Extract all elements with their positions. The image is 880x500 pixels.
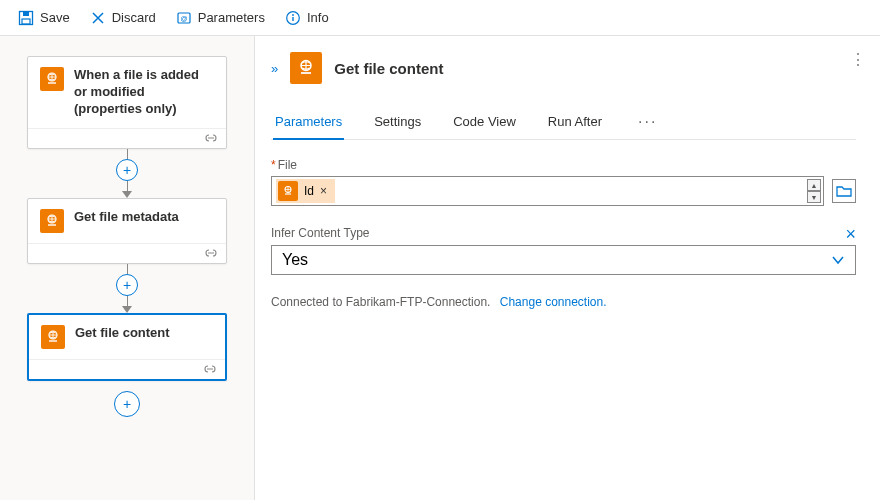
remove-field-button[interactable]: × bbox=[845, 224, 856, 245]
link-icon bbox=[203, 360, 217, 378]
svg-rect-7 bbox=[292, 17, 293, 21]
file-field-label: * File bbox=[271, 158, 856, 172]
chevron-down-icon bbox=[831, 251, 845, 269]
parameters-icon: @ bbox=[176, 10, 192, 26]
spin-up[interactable]: ▲ bbox=[807, 179, 821, 191]
spin-down[interactable]: ▼ bbox=[807, 191, 821, 203]
tab-runafter[interactable]: Run After bbox=[546, 104, 604, 139]
info-button[interactable]: Info bbox=[277, 6, 337, 30]
collapse-button[interactable]: » bbox=[271, 61, 278, 76]
token-id[interactable]: Id × bbox=[276, 179, 335, 203]
save-icon bbox=[18, 10, 34, 26]
link-icon bbox=[204, 129, 218, 147]
tab-parameters[interactable]: Parameters bbox=[273, 104, 344, 139]
tab-codeview[interactable]: Code View bbox=[451, 104, 518, 139]
node-title: When a file is added or modified (proper… bbox=[74, 67, 214, 118]
folder-picker-button[interactable] bbox=[832, 179, 856, 203]
save-button[interactable]: Save bbox=[10, 6, 78, 30]
parameters-button[interactable]: @ Parameters bbox=[168, 6, 273, 30]
connection-info: Connected to Fabrikam-FTP-Connection. Ch… bbox=[271, 295, 856, 309]
close-icon bbox=[90, 10, 106, 26]
details-title: Get file content bbox=[334, 60, 443, 77]
change-connection-link[interactable]: Change connection. bbox=[500, 295, 607, 309]
save-label: Save bbox=[40, 10, 70, 25]
tabs-more[interactable]: ··· bbox=[632, 113, 663, 131]
token-label: Id bbox=[304, 184, 314, 198]
file-input[interactable]: Id × ▲ ▼ bbox=[271, 176, 824, 206]
svg-rect-2 bbox=[23, 12, 29, 16]
svg-rect-1 bbox=[22, 19, 30, 24]
details-tabs: Parameters Settings Code View Run After … bbox=[271, 104, 856, 140]
node-title: Get file content bbox=[75, 325, 170, 342]
svg-text:@: @ bbox=[180, 15, 187, 22]
panel-more-button[interactable]: ⋮ bbox=[850, 50, 866, 69]
add-action-button[interactable]: + bbox=[116, 159, 138, 181]
ftp-icon bbox=[41, 325, 65, 349]
workflow-node-content[interactable]: Get file content bbox=[27, 313, 227, 381]
add-action-button[interactable]: + bbox=[114, 391, 140, 417]
ftp-icon bbox=[40, 67, 64, 91]
ftp-icon bbox=[290, 52, 322, 84]
tab-settings[interactable]: Settings bbox=[372, 104, 423, 139]
required-asterisk: * bbox=[271, 158, 276, 172]
ftp-icon bbox=[40, 209, 64, 233]
workflow-node-trigger[interactable]: When a file is added or modified (proper… bbox=[27, 56, 227, 149]
node-title: Get file metadata bbox=[74, 209, 179, 226]
workflow-canvas[interactable]: When a file is added or modified (proper… bbox=[0, 36, 255, 500]
toolbar: Save Discard @ Parameters Info bbox=[0, 0, 880, 36]
svg-point-6 bbox=[292, 14, 294, 16]
details-panel: ⋮ » Get file content Parameters Settings… bbox=[255, 36, 880, 500]
discard-label: Discard bbox=[112, 10, 156, 25]
select-value: Yes bbox=[282, 251, 308, 269]
token-remove[interactable]: × bbox=[320, 184, 327, 198]
infer-field-label: Infer Content Type bbox=[271, 226, 370, 240]
info-icon bbox=[285, 10, 301, 26]
workflow-node-metadata[interactable]: Get file metadata bbox=[27, 198, 227, 264]
parameters-label: Parameters bbox=[198, 10, 265, 25]
link-icon bbox=[204, 244, 218, 262]
ftp-icon bbox=[278, 181, 298, 201]
add-action-button[interactable]: + bbox=[116, 274, 138, 296]
connector: + bbox=[16, 264, 238, 313]
connector: + bbox=[16, 149, 238, 198]
infer-select[interactable]: Yes bbox=[271, 245, 856, 275]
info-label: Info bbox=[307, 10, 329, 25]
connector-end: + bbox=[16, 381, 238, 417]
discard-button[interactable]: Discard bbox=[82, 6, 164, 30]
